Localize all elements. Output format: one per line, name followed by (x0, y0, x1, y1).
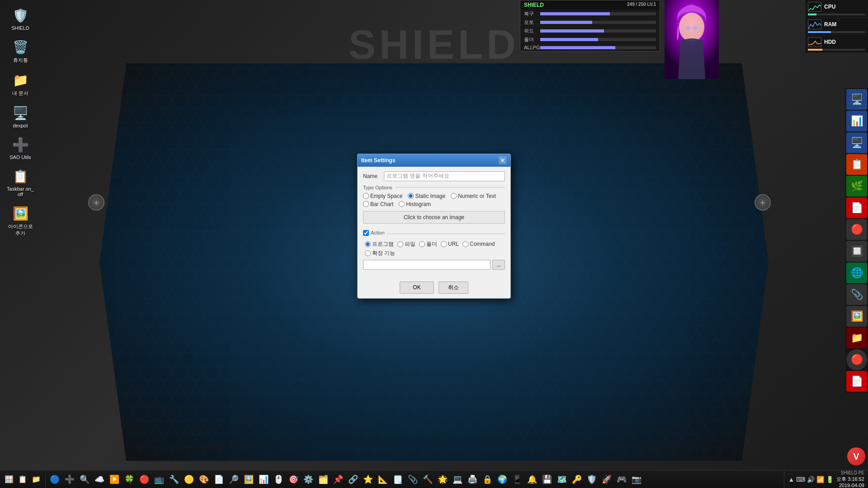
right-app-5[interactable]: 🌿 (846, 176, 867, 197)
desktop-icon-taskbar[interactable]: 📋 Taskbar on_off (5, 165, 36, 199)
desktop-icons: 🛡️ SHIELD 🗑️ 휴지통 📁 내 문서 🖥️ dexpot ➕ SAO … (5, 5, 36, 239)
right-app-11[interactable]: 🖼️ (846, 306, 867, 327)
right-app-13[interactable]: 🔴 (846, 349, 867, 370)
right-app-3[interactable]: 🖥️ (846, 132, 867, 153)
taskbar-app-0[interactable]: 🔵 (47, 472, 62, 487)
taskbar-app-10[interactable]: 🎨 (197, 472, 211, 487)
action-radio-folder[interactable]: 폴더 (419, 240, 437, 248)
taskbar-app-2[interactable]: 🔍 (77, 472, 92, 487)
right-app-9[interactable]: 🌐 (846, 263, 867, 283)
stat-row-photo: 포토 (520, 18, 660, 27)
right-app-12[interactable]: 📁 (846, 328, 867, 348)
taskbar-app-15[interactable]: 🖱️ (271, 472, 286, 487)
taskbar-app-11[interactable]: 📄 (212, 472, 226, 487)
taskbar-app-29[interactable]: 🔒 (480, 472, 495, 487)
taskbar-app-5[interactable]: 🍀 (122, 472, 137, 487)
taskbar-app-32[interactable]: 🔔 (525, 472, 539, 487)
taskbar-app-12[interactable]: 🔎 (226, 472, 241, 487)
dialog-close-button[interactable]: ✕ (499, 156, 507, 164)
vivaldi-button[interactable]: V (847, 447, 865, 465)
right-app-4[interactable]: 📋 (846, 154, 867, 175)
taskbar-app-14[interactable]: 📊 (256, 472, 271, 487)
desktop-icon-add[interactable]: 🖼️ 아이콘으로추가 (5, 202, 36, 239)
right-nav-button[interactable]: ＋ (755, 194, 771, 211)
taskbar-app-25[interactable]: 🔨 (420, 472, 435, 487)
tray-volume-icon[interactable]: 🔊 (807, 476, 815, 483)
taskbar-app-20[interactable]: 🔗 (346, 472, 360, 487)
taskbar-app-31[interactable]: 📱 (510, 472, 524, 487)
action-path-input[interactable] (363, 260, 491, 270)
desktop-icon-recycle[interactable]: 🗑️ 휴지통 (5, 36, 36, 66)
taskbar-app-27[interactable]: 💻 (450, 472, 465, 487)
action-radio-extension[interactable]: 확장 기능 (365, 249, 395, 257)
taskbar-app-9[interactable]: 🟡 (182, 472, 196, 487)
type-radio-group: Empty Space Static Image Numeric or Text… (363, 193, 505, 207)
explorer-button[interactable]: 📁 (30, 473, 42, 485)
dialog-body: Name Type Options Empty Space (358, 167, 510, 278)
action-radio-file[interactable]: 파일 (397, 240, 415, 248)
taskbar-app-19[interactable]: 📌 (331, 472, 345, 487)
right-app-10[interactable]: 📎 (846, 284, 867, 305)
action-checkbox[interactable] (363, 230, 369, 236)
desktop-icon-documents[interactable]: 📁 내 문서 (5, 69, 36, 99)
dialog-title: Item Settings (361, 157, 395, 164)
ram-thumbnail (808, 19, 821, 29)
browse-button[interactable]: ... (492, 260, 505, 270)
name-input[interactable] (384, 171, 505, 181)
taskbar-app-22[interactable]: 📐 (376, 472, 390, 487)
right-app-8[interactable]: 🔲 (846, 241, 867, 262)
windows-button[interactable]: 🪟 (3, 473, 15, 485)
action-radio-command[interactable]: Command (462, 240, 495, 248)
type-radio-numeric-text[interactable]: Numeric or Text (451, 193, 496, 199)
type-radio-static-image[interactable]: Static Image (408, 193, 445, 199)
desktop-icon-sao[interactable]: ➕ SAO Utils (5, 134, 36, 162)
right-app-1[interactable]: 🖥️ (846, 89, 867, 110)
action-radio-url[interactable]: URL (441, 240, 459, 248)
taskbar-app-23[interactable]: 🗒️ (391, 472, 405, 487)
type-radio-bar-chart[interactable]: Bar Chart (363, 201, 393, 207)
taskbar-app-30[interactable]: 🌍 (495, 472, 509, 487)
taskbar-app-21[interactable]: ⭐ (361, 472, 375, 487)
right-app-2[interactable]: 📊 (846, 111, 867, 131)
left-nav-button[interactable]: ＋ (88, 194, 104, 211)
taskbar-app-6[interactable]: 🔴 (137, 472, 151, 487)
taskbar-app-26[interactable]: 🌟 (435, 472, 450, 487)
taskview-button[interactable]: 📋 (16, 473, 29, 485)
right-app-6[interactable]: 📄 (846, 197, 867, 218)
taskbar-app-35[interactable]: 🔑 (570, 472, 584, 487)
taskbar-app-18[interactable]: 🗂️ (316, 472, 330, 487)
taskbar-app-13[interactable]: 🖼️ (241, 472, 256, 487)
tray-network-icon[interactable]: ▲ (788, 476, 794, 483)
tray-keyboard-icon[interactable]: ⌨ (796, 476, 805, 483)
tray-battery-icon[interactable]: 🔋 (826, 476, 834, 483)
desktop-icon-shield[interactable]: 🛡️ SHIELD (5, 5, 36, 33)
right-app-14[interactable]: 📄 (846, 371, 867, 392)
taskbar-app-24[interactable]: 📎 (406, 472, 420, 487)
right-app-7[interactable]: 🔴 (846, 219, 867, 240)
taskbar-app-39[interactable]: 📷 (629, 472, 644, 487)
taskbar-app-28[interactable]: 🖨️ (465, 472, 480, 487)
desktop-icon-dexpot[interactable]: 🖥️ dexpot (5, 102, 36, 130)
svg-point-2 (686, 26, 690, 30)
cpu-label: CPU (824, 4, 835, 10)
taskbar-app-1[interactable]: ➕ (62, 472, 77, 487)
choose-image-button[interactable]: Click to choose an image (363, 211, 505, 224)
taskbar-app-17[interactable]: ⚙️ (301, 472, 316, 487)
taskbar-app-7[interactable]: 📺 (152, 472, 166, 487)
system-clock[interactable]: SHIELD PE 오후 3:16:52 2019-04-09 (836, 470, 864, 488)
tray-wifi-icon[interactable]: 📶 (816, 476, 824, 483)
taskbar-app-33[interactable]: 💾 (540, 472, 554, 487)
ok-button[interactable]: OK (400, 282, 434, 294)
cancel-button[interactable]: 취소 (439, 282, 468, 294)
type-radio-histogram[interactable]: Histogram (399, 201, 431, 207)
taskbar-app-16[interactable]: 🎯 (286, 472, 301, 487)
taskbar-app-38[interactable]: 🎮 (614, 472, 629, 487)
taskbar-app-37[interactable]: 🚀 (599, 472, 614, 487)
taskbar-app-36[interactable]: 🛡️ (585, 472, 599, 487)
action-radio-program[interactable]: 프로그램 (365, 240, 394, 248)
taskbar-app-34[interactable]: 🗺️ (555, 472, 569, 487)
taskbar-app-8[interactable]: 🔧 (167, 472, 181, 487)
taskbar-app-4[interactable]: ▶️ (107, 472, 122, 487)
taskbar-app-3[interactable]: ☁️ (92, 472, 107, 487)
type-radio-empty-space[interactable]: Empty Space (363, 193, 402, 199)
